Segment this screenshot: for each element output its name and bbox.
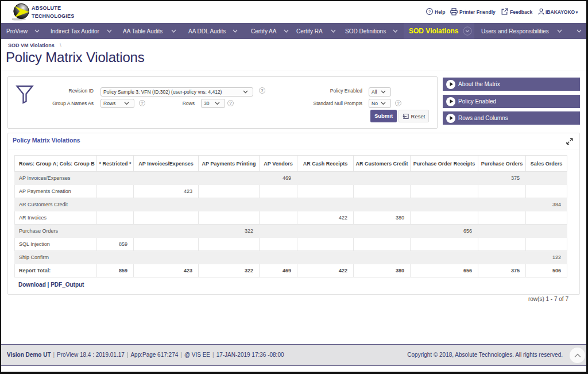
svg-text:?: ? — [428, 9, 431, 14]
